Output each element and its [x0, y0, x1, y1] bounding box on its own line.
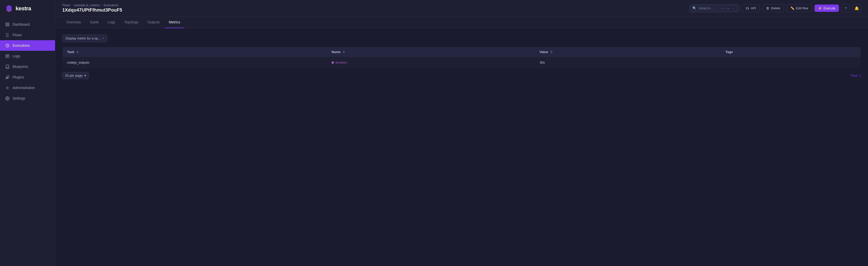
filter-bar: Display metric for a sp... ▾: [62, 34, 861, 42]
table-row: nodejs_outputs duration 30s: [63, 57, 861, 68]
col-tags-label: Tags: [725, 50, 733, 54]
table-body: nodejs_outputs duration 30s: [63, 57, 861, 68]
kestra-logo-icon: [5, 4, 13, 12]
svg-rect-4: [6, 25, 7, 26]
help-button[interactable]: ?: [841, 4, 850, 12]
tab-overview[interactable]: Overview: [62, 17, 85, 28]
sidebar-item-flows-label: Flows: [12, 33, 22, 37]
sidebar-item-executions-label: Executions: [12, 43, 30, 48]
sidebar-item-administration-label: Administration: [12, 86, 35, 90]
plugins-icon: [5, 75, 9, 80]
breadcrumb-flows-link[interactable]: Flows: [62, 3, 70, 7]
bell-icon: 🔔: [855, 6, 859, 10]
sidebar-item-administration[interactable]: Administration ›: [0, 83, 55, 93]
breadcrumb-sep-1: /: [71, 3, 72, 7]
sidebar-item-dashboard-label: Dashboard: [12, 22, 30, 26]
sidebar-item-logs-label: Logs: [12, 54, 20, 58]
logo-area: kestra: [0, 0, 55, 17]
notifications-button[interactable]: 🔔: [852, 4, 861, 12]
per-page-dropdown[interactable]: 25 per page ▾: [62, 72, 89, 79]
value-sort-icon[interactable]: ⇅: [550, 51, 553, 54]
total-count: Total: 1: [850, 74, 861, 78]
sidebar-item-logs[interactable]: Logs: [0, 51, 55, 61]
blueprints-icon: [5, 64, 9, 69]
breadcrumb-namespace-link[interactable]: example.js_metrics: [74, 3, 100, 7]
sidebar-item-executions[interactable]: Executions: [0, 40, 55, 51]
breadcrumb-executions-link[interactable]: Executions: [104, 3, 119, 7]
search-icon: 🔍: [692, 6, 696, 10]
page-header: Flows / example.js_metrics / Executions …: [55, 0, 868, 17]
svg-point-6: [6, 33, 6, 34]
sidebar-item-dashboard[interactable]: Dashboard: [0, 19, 55, 30]
col-name: Name ⇅: [327, 47, 535, 57]
execute-icon: ⚡: [818, 6, 822, 10]
svg-point-8: [6, 36, 6, 37]
execute-label: Execute: [824, 6, 835, 10]
table-footer: 25 per page ▾ Total: 1: [62, 72, 861, 79]
duration-dot-icon: [332, 61, 334, 64]
tab-metrics[interactable]: Metrics: [165, 17, 184, 28]
svg-point-7: [6, 35, 6, 35]
edit-icon: ✏️: [790, 6, 795, 10]
app-name: kestra: [16, 5, 31, 12]
filter-label: Display metric for a sp...: [66, 36, 100, 40]
search-box[interactable]: 🔍 Jump to... Ctrl/Cmd + K: [689, 4, 739, 12]
svg-point-14: [7, 98, 8, 99]
cell-value: 30s: [535, 57, 721, 68]
svg-rect-5: [7, 25, 9, 26]
logs-icon: [5, 54, 9, 58]
chevron-down-icon: ▾: [102, 37, 104, 40]
task-sort-icon[interactable]: ⇅: [76, 51, 79, 54]
breadcrumb-area: Flows / example.js_metrics / Executions …: [62, 3, 122, 13]
chevron-right-icon: ›: [49, 86, 50, 89]
delete-icon: 🗑: [766, 6, 769, 10]
edit-flow-label: Edit flow: [796, 6, 808, 10]
col-task: Task ⇅: [63, 47, 327, 57]
tabs-bar: Overview Gantt Logs Topology Outputs Met…: [55, 17, 868, 28]
sidebar-item-plugins[interactable]: Plugins: [0, 72, 55, 83]
per-page-chevron-icon: ▾: [84, 74, 86, 78]
sidebar-item-flows[interactable]: Flows: [0, 30, 55, 40]
col-value: Value ⇅: [535, 47, 721, 57]
nav-items: Dashboard Flows Executions: [0, 17, 55, 266]
sidebar-item-plugins-label: Plugins: [12, 75, 24, 79]
sidebar-item-settings[interactable]: Settings: [0, 93, 55, 104]
api-button[interactable]: ⟪⟫ API: [742, 4, 760, 12]
svg-point-13: [7, 87, 8, 88]
content-area: Display metric for a sp... ▾ Task ⇅ Name…: [55, 28, 868, 266]
delete-label: Delete: [771, 6, 780, 10]
edit-flow-button[interactable]: ✏️ Edit flow: [786, 4, 812, 12]
execute-button[interactable]: ⚡ Execute: [814, 4, 839, 12]
col-value-label: Value: [539, 50, 548, 54]
header-actions: 🔍 Jump to... Ctrl/Cmd + K ⟪⟫ API 🗑 Delet…: [689, 4, 861, 12]
admin-icon: [5, 86, 9, 90]
api-label: API: [751, 6, 756, 10]
cell-name: duration: [327, 57, 535, 68]
executions-icon: [5, 43, 9, 48]
main-content: Flows / example.js_metrics / Executions …: [55, 0, 868, 266]
breadcrumb-sep-2: /: [101, 3, 102, 7]
cell-task: nodejs_outputs: [63, 57, 327, 68]
breadcrumb: Flows / example.js_metrics / Executions: [62, 3, 122, 7]
tab-logs[interactable]: Logs: [104, 17, 119, 28]
cell-tags: [721, 57, 861, 68]
sidebar: kestra Dashboard Flows: [0, 0, 55, 266]
metric-filter-dropdown[interactable]: Display metric for a sp... ▾: [62, 34, 107, 42]
delete-button[interactable]: 🗑 Delete: [762, 4, 784, 12]
sidebar-item-blueprints-label: Blueprints: [12, 65, 28, 69]
page-title: 1Xdqu47UPtFfhmut3PouF5: [62, 7, 122, 13]
col-task-label: Task: [67, 50, 74, 54]
search-shortcut: Ctrl/Cmd + K: [717, 6, 736, 10]
flows-icon: [5, 33, 9, 37]
metrics-table: Task ⇅ Name ⇅ Value ⇅ Tags: [62, 47, 861, 68]
duration-badge: duration: [332, 61, 347, 64]
tab-outputs[interactable]: Outputs: [144, 17, 164, 28]
svg-rect-3: [7, 23, 9, 24]
sidebar-item-blueprints[interactable]: Blueprints: [0, 61, 55, 72]
tab-gantt[interactable]: Gantt: [86, 17, 102, 28]
tab-topology[interactable]: Topology: [120, 17, 143, 28]
name-sort-icon[interactable]: ⇅: [343, 51, 345, 54]
col-tags: Tags: [721, 47, 861, 57]
duration-label: duration: [335, 61, 347, 64]
api-icon: ⟪⟫: [746, 6, 749, 10]
